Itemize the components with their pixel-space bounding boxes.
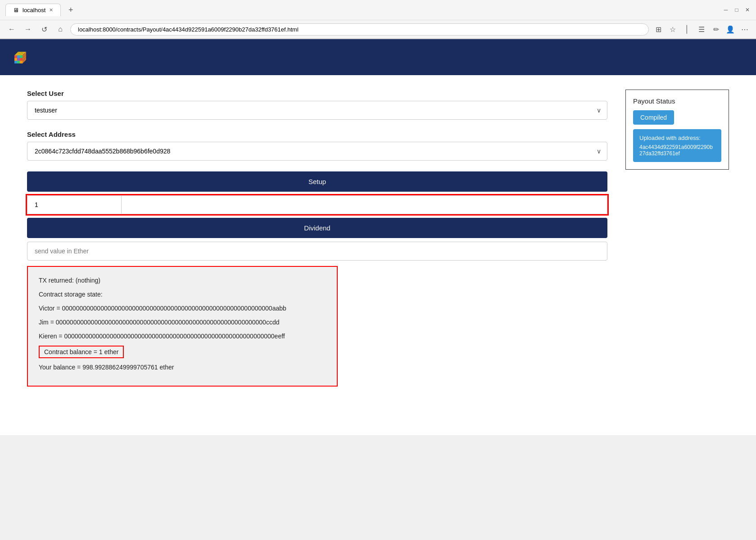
main-panel: Select User testuser ∨ Select Address 2c…	[27, 90, 607, 421]
number-input[interactable]	[27, 195, 122, 214]
storage-section: Contract storage state: Victor = 0000000…	[39, 290, 326, 341]
screenshot-icon[interactable]: ✏	[710, 23, 722, 35]
navigation-bar: ← → ↺ ⌂ ⊞ ☆ │ ☰ ✏ 👤 ⋯	[0, 20, 756, 39]
select-user-group: Select User testuser ∨	[27, 90, 607, 120]
kieren-line: Kieren = 0000000000000000000000000000000…	[39, 332, 326, 341]
svg-rect-1	[14, 55, 17, 58]
new-tab-button[interactable]: +	[64, 4, 77, 16]
active-tab[interactable]: 🖥 localhost ✕	[5, 4, 61, 16]
titlebar: 🖥 localhost ✕ + ─ □ ✕	[0, 0, 756, 20]
your-balance-line: Your balance = 998.992886249999705761 et…	[39, 363, 326, 372]
browser-nav-icons: ⊞ ☆ │ ☰ ✏ 👤 ⋯	[652, 23, 751, 35]
payout-status-title: Payout Status	[633, 97, 721, 105]
more-options-icon[interactable]: ⋯	[739, 23, 751, 35]
refresh-button[interactable]: ↺	[38, 23, 50, 36]
select-address-group: Select Address 2c0864c723cfdd748daa5552b…	[27, 130, 607, 161]
text-input[interactable]	[122, 195, 607, 214]
compiled-badge[interactable]: Compiled	[633, 110, 674, 125]
jim-line: Jim = 0000000000000000000000000000000000…	[39, 318, 326, 327]
svg-rect-5	[17, 58, 20, 61]
input-row	[27, 195, 607, 214]
divider: │	[681, 23, 693, 35]
svg-rect-6	[20, 58, 23, 61]
url-bar[interactable]	[70, 23, 649, 36]
uploaded-address: 4ac4434d922591a6009f2290b27da32ffd3761ef	[639, 144, 715, 157]
bookmark-icon[interactable]: ☆	[667, 23, 679, 35]
contract-balance-text: Contract balance = 1 ether	[44, 348, 118, 356]
svg-rect-3	[20, 55, 23, 58]
reader-view-icon[interactable]: ⊞	[652, 23, 664, 35]
select-user-dropdown[interactable]: testuser	[27, 101, 607, 120]
contract-balance-highlight: Contract balance = 1 ether	[39, 346, 124, 358]
svg-rect-9	[20, 61, 23, 63]
maximize-button[interactable]: □	[733, 7, 740, 13]
select-address-label: Select Address	[27, 130, 607, 138]
svg-rect-2	[17, 55, 20, 58]
tab-favicon: 🖥	[13, 7, 19, 14]
profile-icon[interactable]: 👤	[724, 23, 736, 35]
svg-rect-7	[14, 61, 17, 63]
svg-rect-4	[14, 58, 17, 61]
dividend-button[interactable]: Dividend	[27, 218, 607, 238]
payout-status-panel: Payout Status Compiled Uploaded with add…	[625, 90, 729, 170]
results-box: TX returned: (nothing) Contract storage …	[27, 266, 338, 387]
back-button[interactable]: ←	[5, 23, 18, 36]
ether-input[interactable]	[27, 242, 607, 261]
victor-line: Victor = 0000000000000000000000000000000…	[39, 304, 326, 313]
tab-title: localhost	[23, 7, 45, 14]
svg-rect-8	[17, 61, 20, 63]
page-content: Select User testuser ∨ Select Address 2c…	[0, 75, 756, 435]
select-address-wrapper: 2c0864c723cfdd748daa5552b868b96b6fe0d928…	[27, 142, 607, 161]
select-user-wrapper: testuser ∨	[27, 101, 607, 120]
storage-label: Contract storage state:	[39, 290, 326, 299]
forward-button[interactable]: →	[22, 23, 34, 36]
uploaded-title: Uploaded with address:	[639, 135, 715, 141]
uploaded-box: Uploaded with address: 4ac4434d922591a60…	[633, 129, 721, 162]
home-button[interactable]: ⌂	[54, 23, 67, 36]
close-window-button[interactable]: ✕	[744, 7, 751, 13]
tx-returned-line: TX returned: (nothing)	[39, 276, 326, 285]
select-address-dropdown[interactable]: 2c0864c723cfdd748daa5552b868b96b6fe0d928	[27, 142, 607, 161]
app-logo	[11, 46, 32, 68]
select-user-label: Select User	[27, 90, 607, 97]
menu-icon[interactable]: ☰	[696, 23, 707, 35]
setup-button[interactable]: Setup	[27, 171, 607, 192]
window-controls: ─ □ ✕	[723, 7, 751, 13]
app-header	[0, 39, 756, 75]
minimize-button[interactable]: ─	[723, 7, 729, 13]
browser-chrome: 🖥 localhost ✕ + ─ □ ✕ ← → ↺ ⌂ ⊞	[0, 0, 756, 39]
tab-close-button[interactable]: ✕	[49, 7, 53, 13]
